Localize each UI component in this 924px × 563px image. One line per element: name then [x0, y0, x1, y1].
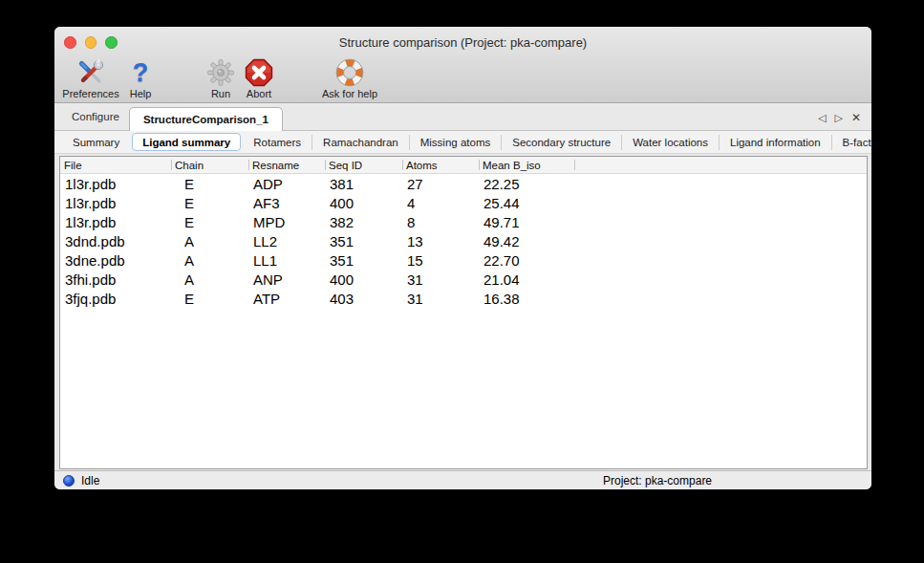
tab-prev-arrow-icon[interactable]: ◁	[818, 113, 826, 123]
cell-atoms: 31	[402, 291, 479, 307]
cell-chain: E	[171, 291, 248, 307]
ask-for-help-button[interactable]: Ask for help	[312, 58, 388, 99]
project-label: Project: pka-compare	[603, 471, 712, 489]
cell-file: 1l3r.pdb	[60, 176, 171, 192]
gear-icon	[205, 58, 236, 87]
table-row[interactable]: 3fjq.pdbEATP4033116.38	[60, 289, 867, 308]
table-row[interactable]: 1l3r.pdbEAF3400425.44	[60, 193, 867, 212]
cell-file: 3fhi.pdb	[60, 271, 171, 288]
cell-resname: ANP	[248, 271, 325, 288]
cell-file: 1l3r.pdb	[60, 195, 171, 211]
app-window: Structure comparison (Project: pka-compa…	[54, 27, 871, 489]
sub-tab-strip: SummaryLigand summaryRotamersRamachandra…	[62, 131, 871, 153]
ligand-summary-table[interactable]: FileChainResnameSeq IDAtomsMean B_iso 1l…	[59, 156, 868, 469]
cell-file: 3fjq.pdb	[60, 291, 171, 307]
cell-chain: A	[171, 233, 248, 249]
subtab-ligand-summary[interactable]: Ligand summary	[132, 133, 241, 151]
table-row[interactable]: 1l3r.pdbEADP3812722.25	[60, 174, 867, 193]
window-title: Structure comparison (Project: pka-compa…	[54, 27, 871, 57]
cell-mean-b-iso: 49.42	[479, 233, 574, 249]
preferences-button[interactable]: Preferences	[56, 58, 125, 99]
toolbar-item-label: Abort	[247, 88, 271, 99]
cell-chain: E	[171, 214, 248, 230]
cell-atoms: 27	[402, 176, 479, 192]
cell-seq-id: 403	[325, 291, 402, 307]
cell-seq-id: 382	[325, 214, 402, 230]
main-tab-row: ConfigureStructureComparison_1 ◁ ▷ ✕	[54, 103, 871, 131]
subtab-missing-atoms[interactable]: Missing atoms	[409, 135, 502, 150]
table-body: 1l3r.pdbEADP3812722.251l3r.pdbEAF3400425…	[60, 174, 867, 308]
table-row[interactable]: 3dnd.pdbALL23511349.42	[60, 231, 867, 250]
cell-resname: LL1	[248, 252, 325, 269]
question-mark-icon: ?	[125, 58, 156, 87]
cell-atoms: 4	[402, 195, 479, 211]
stop-x-icon	[244, 58, 274, 87]
cell-atoms: 13	[402, 233, 479, 249]
subtab-water-locations[interactable]: Water locations	[621, 135, 719, 150]
subtab-ramachandran[interactable]: Ramachandran	[312, 135, 409, 150]
toolbar-item-label: Preferences	[62, 88, 118, 99]
cell-file: 1l3r.pdb	[60, 214, 171, 230]
status-bar: Idle Project: pka-compare	[54, 470, 871, 489]
column-header-file[interactable]: File	[60, 157, 171, 173]
tab-structurecomparison-1[interactable]: StructureComparison_1	[129, 107, 283, 131]
window-chrome: Structure comparison (Project: pka-compa…	[54, 27, 871, 103]
cell-file: 3dnd.pdb	[60, 233, 171, 249]
cell-seq-id: 400	[325, 271, 402, 288]
status-text: Idle	[81, 474, 99, 487]
subtab-b-factors[interactable]: B-factors	[831, 135, 871, 150]
subtab-rotamers[interactable]: Rotamers	[243, 135, 312, 150]
cell-chain: A	[171, 252, 248, 269]
column-header-chain[interactable]: Chain	[171, 157, 248, 173]
table-row[interactable]: 3dne.pdbALL13511522.70	[60, 250, 867, 270]
run-button[interactable]: Run	[204, 58, 238, 99]
table-row[interactable]: 1l3r.pdbEMPD382849.71	[60, 212, 867, 231]
subtab-summary[interactable]: Summary	[62, 135, 130, 150]
cell-resname: AF3	[248, 195, 325, 211]
abort-button[interactable]: Abort	[238, 58, 280, 99]
cell-chain: E	[171, 195, 248, 211]
cell-mean-b-iso: 22.25	[479, 176, 574, 192]
cell-atoms: 15	[402, 252, 479, 269]
toolbar-item-label: Ask for help	[322, 88, 377, 99]
cell-resname: ADP	[248, 176, 325, 192]
column-header-resname[interactable]: Resname	[248, 157, 325, 173]
cell-resname: LL2	[248, 233, 325, 249]
cell-file: 3dne.pdb	[60, 252, 171, 269]
main-tab-strip: ConfigureStructureComparison_1	[62, 103, 283, 130]
column-header-seq-id[interactable]: Seq ID	[325, 157, 402, 173]
cell-mean-b-iso: 16.38	[479, 291, 574, 307]
toolbar: Preferences ? Help	[54, 57, 871, 102]
cell-seq-id: 351	[325, 233, 402, 249]
cell-chain: A	[171, 271, 248, 288]
cell-chain: E	[171, 176, 248, 192]
toolbar-item-label: Help	[130, 88, 152, 99]
sub-tab-row: SummaryLigand summaryRotamersRamachandra…	[54, 131, 871, 154]
column-header-atoms[interactable]: Atoms	[402, 157, 479, 173]
title-bar[interactable]: Structure comparison (Project: pka-compa…	[54, 27, 871, 57]
subtab-secondary-structure[interactable]: Secondary structure	[501, 135, 621, 150]
tab-next-arrow-icon[interactable]: ▷	[834, 113, 842, 123]
cell-resname: ATP	[248, 291, 325, 307]
table-row[interactable]: 3fhi.pdbAANP4003121.04	[60, 270, 867, 289]
tab-close-icon[interactable]: ✕	[851, 112, 861, 123]
help-button[interactable]: ? Help	[121, 58, 160, 99]
subtab-ligand-information[interactable]: Ligand information	[719, 135, 831, 150]
cell-mean-b-iso: 25.44	[479, 195, 574, 211]
status-ball-icon	[63, 475, 75, 487]
cell-resname: MPD	[248, 214, 325, 230]
cell-seq-id: 351	[325, 252, 402, 269]
cell-seq-id: 400	[325, 195, 402, 211]
cell-seq-id: 381	[325, 176, 402, 192]
tab-configure[interactable]: Configure	[62, 103, 129, 130]
cell-mean-b-iso: 49.71	[479, 214, 574, 230]
table-header-row: FileChainResnameSeq IDAtomsMean B_iso	[60, 157, 867, 174]
cell-atoms: 31	[402, 271, 479, 288]
lifebuoy-icon	[334, 58, 365, 87]
column-header-mean-b-iso[interactable]: Mean B_iso	[479, 157, 574, 173]
toolbar-item-label: Run	[211, 88, 230, 99]
tools-icon	[75, 58, 106, 87]
cell-atoms: 8	[402, 214, 479, 230]
column-header-filler	[574, 157, 867, 173]
main-tab-nav: ◁ ▷ ✕	[818, 112, 871, 130]
